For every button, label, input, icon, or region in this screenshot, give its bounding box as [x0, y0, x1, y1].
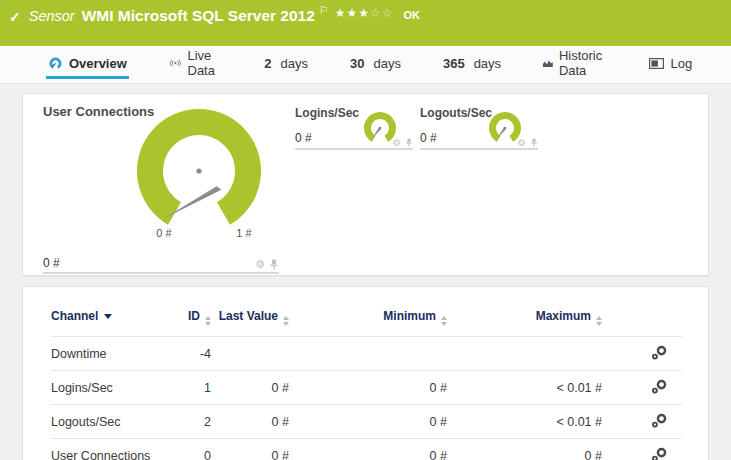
- gauge-current-value: 0 #: [295, 131, 312, 145]
- channel-minimum: 0 #: [289, 439, 447, 460]
- gear-icon[interactable]: ⚙: [255, 259, 265, 270]
- flag-icon[interactable]: ⚐: [319, 4, 329, 17]
- channel-name: Logouts/Sec: [51, 405, 166, 439]
- tab-label: Historic Data: [559, 48, 608, 78]
- channel-settings-icon[interactable]: [651, 447, 668, 460]
- channel-id: 2: [166, 405, 211, 439]
- channel-minimum: 0 #: [289, 405, 447, 439]
- sort-caret-icon: [104, 314, 112, 319]
- gauge-current-value: 0 #: [420, 131, 437, 145]
- channels-table-panel: Channel ID Last Value Minimum Maximum Do…: [22, 286, 709, 460]
- column-header-minimum[interactable]: Minimum: [289, 305, 447, 337]
- tab-live-data[interactable]: Live Data: [167, 50, 224, 79]
- tab-30-days[interactable]: 30 days: [348, 50, 403, 79]
- channel-last-value: 0 #: [211, 405, 289, 439]
- log-icon: [649, 58, 664, 69]
- channel-last-value: 0 #: [211, 439, 289, 460]
- table-row-user-connections: User Connections 0 0 # 0 # 0 #: [51, 439, 682, 460]
- pin-icon[interactable]: [530, 138, 538, 147]
- gauge-icon: [48, 57, 63, 70]
- channel-maximum: 0 #: [447, 439, 602, 460]
- channel-name: Downtime: [51, 337, 166, 371]
- priority-stars[interactable]: ★★★☆☆: [335, 6, 394, 20]
- channel-minimum: [289, 337, 447, 371]
- pin-icon[interactable]: [269, 259, 279, 270]
- channel-id: 1: [166, 371, 211, 405]
- column-header-maximum[interactable]: Maximum: [447, 305, 602, 337]
- tab-historic-data[interactable]: Historic Data: [541, 50, 609, 79]
- tab-label: days: [281, 56, 308, 71]
- pin-icon[interactable]: [405, 138, 413, 147]
- table-row-downtime: Downtime -4: [51, 337, 682, 371]
- gauge-scale-max: 1 #: [236, 227, 251, 239]
- channel-maximum: [447, 337, 602, 371]
- user-connections-gauge[interactable]: [134, 108, 264, 230]
- gear-icon[interactable]: ⚙: [392, 138, 401, 148]
- column-header-channel[interactable]: Channel: [51, 305, 166, 337]
- logouts-gauge-section: Logouts/Sec 0 # ⚙: [420, 104, 538, 150]
- sensor-title: WMI Microsoft SQL Server 2012: [82, 7, 315, 25]
- tab-365-days[interactable]: 365 days: [441, 50, 503, 79]
- channel-maximum: < 0.01 #: [447, 371, 602, 405]
- channels-table: Channel ID Last Value Minimum Maximum Do…: [51, 305, 682, 460]
- gauges-panel: User Connections 0 # 1 # 0 # ⚙: [22, 93, 709, 276]
- channel-last-value: 0 #: [211, 371, 289, 405]
- column-header-id[interactable]: ID: [166, 305, 211, 337]
- channel-settings-icon[interactable]: [651, 379, 668, 394]
- column-header-last-value[interactable]: Last Value: [211, 305, 289, 337]
- broadcast-icon: [169, 57, 182, 69]
- object-kind-label: Sensor: [29, 8, 75, 24]
- tab-label: Overview: [69, 56, 127, 71]
- user-connections-gauge-section: User Connections 0 # 1 # 0 # ⚙: [43, 102, 279, 274]
- tab-label: Log: [670, 56, 692, 71]
- gear-icon[interactable]: ⚙: [517, 138, 526, 148]
- sensor-status-badge: OK: [404, 9, 421, 21]
- table-row-logouts-sec: Logouts/Sec 2 0 # 0 # < 0.01 #: [51, 405, 682, 439]
- sort-icon: [205, 316, 211, 326]
- tab-days-number: 2: [264, 56, 271, 71]
- tab-label: Live Data: [188, 48, 223, 78]
- channel-settings-icon[interactable]: [651, 345, 668, 360]
- gauge-scale: 0 # 1 #: [134, 227, 264, 241]
- channel-name: Logins/Sec: [51, 371, 166, 405]
- channel-id: 0: [166, 439, 211, 460]
- logins-gauge-section: Logins/Sec 0 # ⚙: [295, 104, 413, 150]
- channel-minimum: 0 #: [289, 371, 447, 405]
- tab-label: days: [474, 56, 501, 71]
- tab-days-number: 365: [443, 56, 465, 71]
- sort-icon: [441, 316, 447, 326]
- channel-last-value: [211, 337, 289, 371]
- sort-icon: [596, 316, 602, 326]
- channel-maximum: < 0.01 #: [447, 405, 602, 439]
- star-filled-icons[interactable]: ★★★: [335, 6, 370, 20]
- sort-icon: [283, 316, 289, 326]
- gauge-scale-min: 0 #: [156, 227, 171, 239]
- tab-bar: Overview Live Data 2 days 30 days 365 da…: [0, 46, 731, 84]
- column-header-actions: [602, 305, 682, 337]
- overview-content: User Connections 0 # 1 # 0 # ⚙: [0, 84, 731, 460]
- tab-log[interactable]: Log: [647, 50, 694, 79]
- gauge-current-value: 0 #: [43, 256, 60, 270]
- tab-label: days: [373, 56, 400, 71]
- status-ok-check-icon: ✓: [9, 9, 21, 25]
- tab-2-days[interactable]: 2 days: [262, 50, 310, 79]
- tab-overview[interactable]: Overview: [46, 50, 129, 79]
- channel-id: -4: [166, 337, 211, 371]
- channel-name: User Connections: [51, 439, 166, 460]
- chart-icon: [543, 58, 553, 69]
- table-row-logins-sec: Logins/Sec 1 0 # 0 # < 0.01 #: [51, 371, 682, 405]
- channel-settings-icon[interactable]: [651, 413, 668, 428]
- star-empty-icons[interactable]: ☆☆: [370, 6, 394, 20]
- tab-days-number: 30: [350, 56, 364, 71]
- sensor-titlebar: ✓ Sensor WMI Microsoft SQL Server 2012 ⚐…: [0, 0, 731, 46]
